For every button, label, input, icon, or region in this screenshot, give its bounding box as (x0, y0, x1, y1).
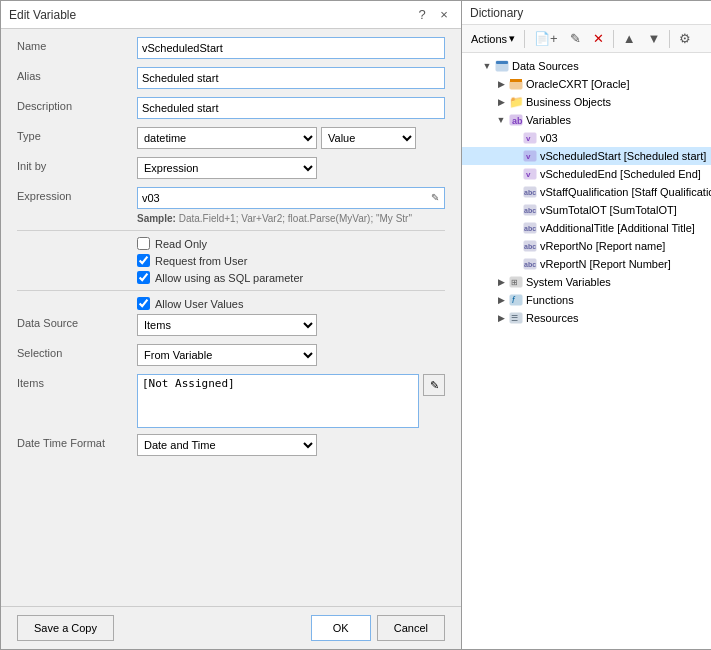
data-source-label: Data Source (17, 314, 137, 329)
allow-user-values-label[interactable]: Allow User Values (155, 298, 243, 310)
allow-sql-checkbox[interactable] (137, 271, 150, 284)
dialog-title: Edit Variable (9, 8, 76, 22)
tree-item-business-objects[interactable]: ▶ 📁 Business Objects (462, 93, 711, 111)
name-label: Name (17, 37, 137, 52)
date-time-format-control: Date and Time Date Time (137, 434, 445, 456)
data-sources-icon (494, 59, 510, 73)
move-down-button[interactable]: ▼ (643, 28, 666, 50)
vadditionaltitle-label: vAdditionalTitle [Additional Title] (540, 222, 695, 234)
resources-icon: ☰ (508, 311, 524, 325)
vadditionaltitle-icon: abc (522, 221, 538, 235)
tree-item-system-variables[interactable]: ▶ ⊞ System Variables (462, 273, 711, 291)
tree-item-vreportn[interactable]: ▶ abc vReportN [Report Number] (462, 255, 711, 273)
request-from-user-label[interactable]: Request from User (155, 255, 247, 267)
toolbar-separator-2 (613, 30, 614, 48)
system-variables-icon: ⊞ (508, 275, 524, 289)
tree-item-vreportno[interactable]: ▶ abc vReportNo [Report name] (462, 237, 711, 255)
read-only-row: Read Only (17, 237, 445, 250)
tree-item-variables[interactable]: ▼ ab Variables (462, 111, 711, 129)
edit-variable-dialog: Edit Variable ? × Name Alias Description (0, 0, 462, 650)
actions-menu-button[interactable]: Actions ▾ (466, 28, 520, 50)
tree-item-vscheduledend[interactable]: ▶ v vScheduledEnd [Scheduled End] (462, 165, 711, 183)
description-input[interactable] (137, 97, 445, 119)
expression-row: Expression ✎ (17, 187, 445, 211)
vreportno-icon: abc (522, 239, 538, 253)
footer-right-buttons: OK Cancel (311, 615, 445, 641)
type-row: Type datetime string integer float Value… (17, 127, 445, 151)
tree-item-oracle-cxrt[interactable]: ▶ OracleCXRT [Oracle] (462, 75, 711, 93)
svg-text:v: v (526, 152, 531, 161)
allow-sql-label[interactable]: Allow using as SQL parameter (155, 272, 303, 284)
help-button[interactable]: ? (413, 6, 431, 24)
delete-button[interactable]: ✕ (588, 28, 609, 50)
save-copy-button[interactable]: Save a Copy (17, 615, 114, 641)
expression-edit-button[interactable]: ✎ (427, 189, 443, 205)
expand-system-variables: ▶ (494, 277, 508, 287)
alias-label: Alias (17, 67, 137, 82)
items-edit-button[interactable]: ✎ (423, 374, 445, 396)
svg-text:☰: ☰ (511, 314, 518, 323)
qualifier-select[interactable]: Value Range List (321, 127, 416, 149)
init-by-label: Init by (17, 157, 137, 172)
dictionary-title: Dictionary (470, 6, 523, 20)
request-from-user-checkbox[interactable] (137, 254, 150, 267)
variables-label: Variables (526, 114, 571, 126)
add-button[interactable]: 📄+ (529, 28, 563, 50)
selection-control: From Variable Single Multiple (137, 344, 445, 366)
delete-icon: ✕ (593, 31, 604, 46)
svg-rect-1 (496, 61, 508, 64)
vscheduledstart-label: vScheduledStart [Scheduled start] (540, 150, 706, 162)
toolbar-separator-1 (524, 30, 525, 48)
sample-label: Sample: (137, 213, 176, 224)
tree-item-vstaffqualification[interactable]: ▶ abc vStaffQualification [Staff Qualifi… (462, 183, 711, 201)
tree-item-resources[interactable]: ▶ ☰ Resources (462, 309, 711, 327)
oracle-cxrt-label: OracleCXRT [Oracle] (526, 78, 630, 90)
tree-item-vsumtotalot[interactable]: ▶ abc vSumTotalOT [SumTotalOT] (462, 201, 711, 219)
allow-user-values-checkbox[interactable] (137, 297, 150, 310)
variables-icon: ab (508, 113, 524, 127)
vstaffqualification-icon: abc (522, 185, 538, 199)
data-sources-label: Data Sources (512, 60, 579, 72)
svg-text:abc: abc (524, 189, 536, 196)
alias-input[interactable] (137, 67, 445, 89)
tree-item-vscheduledstart[interactable]: ▶ v vScheduledStart [Scheduled start] (462, 147, 711, 165)
expression-input-wrap: ✎ (137, 187, 445, 209)
tree-item-functions[interactable]: ▶ f Functions (462, 291, 711, 309)
tree-item-data-sources[interactable]: ▼ Data Sources (462, 57, 711, 75)
oracle-cxrt-icon (508, 77, 524, 91)
selection-select[interactable]: From Variable Single Multiple (137, 344, 317, 366)
move-up-button[interactable]: ▲ (618, 28, 641, 50)
close-button[interactable]: × (435, 6, 453, 24)
dialog-content: Name Alias Description Type datetime (1, 29, 461, 606)
init-by-select[interactable]: Expression Value Query (137, 157, 317, 179)
dialog-header-buttons: ? × (413, 6, 453, 24)
read-only-label[interactable]: Read Only (155, 238, 207, 250)
dictionary-toolbar: Actions ▾ 📄+ ✎ ✕ ▲ ▼ ⚙ (462, 25, 711, 53)
init-by-row: Init by Expression Value Query (17, 157, 445, 181)
date-time-format-select[interactable]: Date and Time Date Time (137, 434, 317, 456)
description-row: Description (17, 97, 445, 121)
settings-button[interactable]: ⚙ (674, 28, 696, 50)
dictionary-titlebar: Dictionary (462, 1, 711, 25)
ok-button[interactable]: OK (311, 615, 371, 641)
cancel-button[interactable]: Cancel (377, 615, 445, 641)
vstaffqualification-label: vStaffQualification [Staff Qualification… (540, 186, 711, 198)
expression-input[interactable] (137, 187, 445, 209)
read-only-checkbox[interactable] (137, 237, 150, 250)
svg-text:⊞: ⊞ (511, 278, 518, 287)
move-up-icon: ▲ (623, 31, 636, 46)
expand-oracle-cxrt: ▶ (494, 79, 508, 89)
init-by-control: Expression Value Query (137, 157, 445, 179)
data-source-select[interactable]: Items Query (137, 314, 317, 336)
name-input[interactable] (137, 37, 445, 59)
tree-item-vadditionaltitle[interactable]: ▶ abc vAdditionalTitle [Additional Title… (462, 219, 711, 237)
v03-label: v03 (540, 132, 558, 144)
name-control (137, 37, 445, 59)
tree-item-v03[interactable]: ▶ v v03 (462, 129, 711, 147)
sample-row: Sample: Data.Field+1; Var+Var2; float.Pa… (17, 213, 445, 224)
edit-button[interactable]: ✎ (565, 28, 586, 50)
vscheduledstart-icon: v (522, 149, 538, 163)
items-textarea[interactable]: [Not Assigned] (137, 374, 419, 428)
type-select[interactable]: datetime string integer float (137, 127, 317, 149)
dictionary-tree: ▼ Data Sources ▶ OracleCXRT [Oracle] ▶ 📁… (462, 53, 711, 649)
